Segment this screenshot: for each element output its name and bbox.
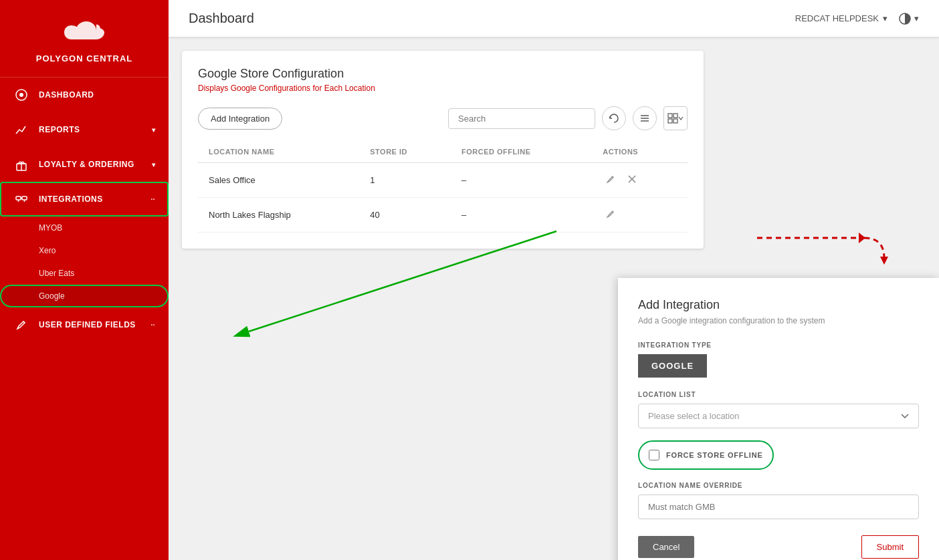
sidebar-item-user-defined[interactable]: USER DEFINED FIELDS ·· bbox=[0, 307, 169, 342]
sidebar-item-dashboard[interactable]: DASHBOARD bbox=[0, 78, 169, 112]
location-name-override-input[interactable] bbox=[638, 495, 919, 519]
sidebar-subitem-ubereats[interactable]: Uber Eats bbox=[0, 262, 169, 285]
sidebar-navigation: DASHBOARD REPORTS ▾ LOYALTY & ORDERING ▾… bbox=[0, 78, 169, 560]
user-chevron: ▾ bbox=[883, 13, 888, 23]
search-input[interactable] bbox=[448, 108, 595, 129]
sidebar-label-loyalty: LOYALTY & ORDERING bbox=[39, 160, 134, 169]
theme-icon bbox=[898, 12, 912, 25]
location-dropdown[interactable]: Please select a location bbox=[638, 404, 919, 428]
edit-button-1[interactable] bbox=[603, 171, 619, 189]
page-title: Dashboard bbox=[189, 11, 254, 26]
cell-location-1: Sales Office bbox=[198, 163, 359, 198]
cancel-button[interactable]: Cancel bbox=[638, 536, 694, 558]
grid-icon bbox=[667, 113, 678, 124]
svg-line-10 bbox=[23, 321, 25, 323]
close-icon bbox=[627, 174, 637, 184]
add-integration-modal: Add Integration Add a Google integration… bbox=[618, 278, 939, 560]
annotation-arrow bbox=[757, 231, 891, 285]
sidebar-label-integrations: INTEGRATIONS bbox=[39, 194, 103, 204]
list-icon bbox=[639, 113, 650, 124]
edit-icon bbox=[605, 174, 616, 184]
sidebar-label-dashboard: DASHBOARD bbox=[39, 90, 94, 100]
sidebar-item-reports[interactable]: REPORTS ▾ bbox=[0, 112, 169, 147]
svg-rect-17 bbox=[668, 119, 672, 123]
col-actions: ACTIONS bbox=[592, 141, 688, 163]
sidebar-sublabel-ubereats: Uber Eats bbox=[39, 269, 74, 278]
cloud-icon bbox=[64, 20, 104, 47]
delete-button-1[interactable] bbox=[624, 171, 640, 189]
pencil-icon bbox=[13, 317, 29, 333]
sidebar-sublabel-xero: Xero bbox=[39, 246, 56, 255]
sidebar-subitem-google[interactable]: Google bbox=[0, 285, 169, 307]
refresh-icon bbox=[609, 113, 619, 124]
sidebar-logo: POLYGON CENTRAL bbox=[0, 0, 169, 78]
circle-icon bbox=[13, 87, 29, 103]
edit-button-2[interactable] bbox=[603, 206, 619, 224]
sidebar: POLYGON CENTRAL DASHBOARD REPORTS ▾ LOYA… bbox=[0, 0, 169, 560]
integration-type-button[interactable]: GOOGLE bbox=[638, 354, 707, 378]
sidebar-item-integrations[interactable]: INTEGRATIONS ·· bbox=[0, 182, 169, 217]
user-label: REDCAT HELPDESK bbox=[795, 13, 879, 23]
svg-rect-6 bbox=[22, 196, 27, 200]
app-name: POLYGON CENTRAL bbox=[36, 53, 133, 63]
sidebar-item-loyalty[interactable]: LOYALTY & ORDERING ▾ bbox=[0, 147, 169, 182]
theme-arrow: ▾ bbox=[914, 13, 919, 23]
svg-marker-24 bbox=[880, 257, 888, 265]
submit-button[interactable]: Submit bbox=[861, 535, 919, 559]
location-list-label: LOCATION LIST bbox=[638, 391, 919, 398]
card-title: Google Store Configuration bbox=[198, 67, 688, 81]
topbar-right: REDCAT HELPDESK ▾ ▾ bbox=[795, 12, 919, 25]
card-subtitle: Displays Google Configurations for Each … bbox=[198, 84, 688, 93]
main-content: Dashboard REDCAT HELPDESK ▾ ▾ Google Sto… bbox=[169, 0, 939, 560]
col-forced-offline: FORCED OFFLINE bbox=[451, 141, 592, 163]
card-toolbar: Add Integration bbox=[198, 106, 688, 130]
cell-actions-2 bbox=[592, 198, 688, 233]
integration-icon bbox=[13, 191, 29, 207]
cell-forced-2: – bbox=[451, 198, 592, 233]
modal-footer: Cancel Submit bbox=[638, 535, 919, 559]
svg-line-19 bbox=[613, 176, 614, 178]
cell-storeid-2: 40 bbox=[359, 198, 451, 233]
topbar: Dashboard REDCAT HELPDESK ▾ ▾ bbox=[169, 0, 939, 37]
svg-rect-5 bbox=[16, 196, 21, 200]
integration-type-label: INTEGRATION TYPE bbox=[638, 341, 919, 349]
svg-rect-15 bbox=[668, 114, 672, 118]
refresh-button[interactable] bbox=[602, 106, 626, 130]
col-store-id: STORE ID bbox=[359, 141, 451, 163]
table-row: North Lakes Flagship 40 – bbox=[198, 198, 688, 233]
location-name-override-label: LOCATION NAME OVERRIDE bbox=[638, 482, 919, 489]
cell-storeid-1: 1 bbox=[359, 163, 451, 198]
sidebar-subitem-myob[interactable]: MYOB bbox=[0, 217, 169, 239]
svg-point-1 bbox=[19, 93, 23, 97]
chevron-down-icon-loyalty: ▾ bbox=[152, 161, 156, 168]
chart-icon bbox=[13, 122, 29, 138]
add-integration-button[interactable]: Add Integration bbox=[198, 108, 282, 130]
sidebar-sublabel-google: Google bbox=[39, 291, 65, 301]
sidebar-subitem-xero[interactable]: Xero bbox=[0, 239, 169, 262]
gift-icon bbox=[13, 156, 29, 172]
sidebar-sublabel-myob: MYOB bbox=[39, 223, 62, 233]
sidebar-label-reports: REPORTS bbox=[39, 125, 80, 134]
main-card: Google Store Configuration Displays Goog… bbox=[182, 51, 704, 249]
force-offline-checkbox[interactable] bbox=[649, 450, 659, 460]
force-offline-label: FORCE STORE OFFLINE bbox=[666, 451, 763, 459]
list-view-button[interactable] bbox=[633, 106, 657, 130]
dropdown-arrow-icon bbox=[678, 116, 684, 121]
sidebar-label-user-defined: USER DEFINED FIELDS bbox=[39, 320, 136, 329]
chevron-down-icon: ▾ bbox=[152, 126, 156, 134]
modal-title: Add Integration bbox=[638, 298, 919, 312]
cell-actions-1 bbox=[592, 163, 688, 198]
chevron-down-icon-udf: ·· bbox=[150, 321, 155, 329]
chevron-down-icon-integrations: ·· bbox=[150, 196, 155, 203]
theme-toggle[interactable]: ▾ bbox=[898, 12, 919, 25]
table-row: Sales Office 1 – bbox=[198, 163, 688, 198]
edit-icon-2 bbox=[605, 208, 616, 219]
force-offline-row: FORCE STORE OFFLINE bbox=[638, 440, 774, 470]
cell-forced-1: – bbox=[451, 163, 592, 198]
user-menu[interactable]: REDCAT HELPDESK ▾ bbox=[795, 13, 888, 23]
modal-subtitle: Add a Google integration configuration t… bbox=[638, 316, 919, 325]
svg-rect-18 bbox=[673, 119, 677, 123]
svg-line-22 bbox=[613, 211, 614, 213]
content-area: Google Store Configuration Displays Goog… bbox=[169, 37, 939, 560]
grid-view-button[interactable] bbox=[663, 106, 688, 130]
